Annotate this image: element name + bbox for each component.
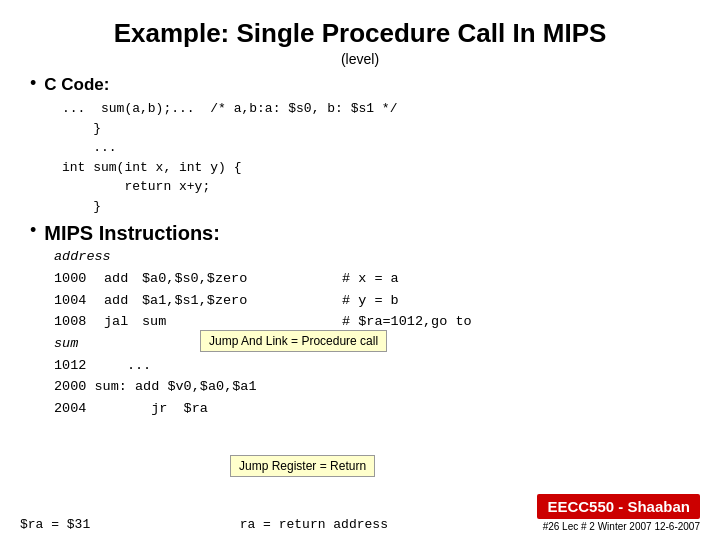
jr-tooltip: Jump Register = Return [230, 455, 375, 477]
comment-1000: # x = a [342, 268, 399, 290]
comment-1004: # y = b [342, 290, 399, 312]
mips-row-1000: 1000 add $a0,$s0,$zero # x = a [54, 268, 690, 290]
bullet1-label: C Code: [44, 75, 109, 95]
instr-1000: add [104, 268, 142, 290]
addr-1012: 1012 [54, 358, 119, 373]
eecc-label: EECC550 - Shaaban [537, 494, 700, 519]
addr-1004: 1004 [54, 290, 104, 312]
slide-subtitle: (level) [30, 51, 690, 67]
slide-title: Example: Single Procedure Call In MIPS [30, 18, 690, 49]
code-line-2: } [62, 119, 690, 139]
addr-sum: sum [54, 333, 78, 355]
footer-info: #26 Lec # 2 Winter 2007 12-6-2007 [537, 521, 700, 532]
code-line-3: ... [62, 138, 690, 158]
eecc-block: EECC550 - Shaaban #26 Lec # 2 Winter 200… [537, 494, 700, 532]
bottom-left: $ra = $31 [20, 517, 90, 532]
instr-1008: jal [104, 311, 142, 333]
instr-1004: add [104, 290, 142, 312]
code-line-5: return x+y; [62, 177, 690, 197]
mips-row-1004: 1004 add $a1,$s1,$zero # y = b [54, 290, 690, 312]
code-line-6: } [62, 197, 690, 217]
addr-1000: 1000 [54, 268, 104, 290]
content-1012: ... [127, 358, 151, 373]
bullet2-label: MIPS Instructions: [44, 222, 220, 245]
mips-row-2000: 2000 sum: add $v0,$a0,$a1 [54, 376, 690, 398]
jal-tooltip: Jump And Link = Procedure call [200, 330, 387, 352]
code-line-4: int sum(int x, int y) { [62, 158, 690, 178]
mips-section: • MIPS Instructions: address 1000 add $a… [30, 222, 690, 419]
mips-row-1012: 1012 ... [54, 355, 690, 377]
bullet1: • C Code: [30, 75, 690, 95]
address-header: address [54, 249, 690, 264]
bottom-center: ra = return address [240, 517, 388, 532]
content-2004: 2004 jr $ra [54, 401, 208, 416]
c-code-section: • C Code: ... sum(a,b);... /* a,b:a: $s0… [30, 75, 690, 216]
content-2000: 2000 sum: add $v0,$a0,$a1 [54, 379, 257, 394]
op-1004: $a1,$s1,$zero [142, 290, 342, 312]
slide: Example: Single Procedure Call In MIPS (… [0, 0, 720, 540]
sra-line: $ra = $31 [20, 517, 90, 532]
bullet1-dot: • [30, 73, 36, 94]
bullet2: • MIPS Instructions: [30, 222, 690, 245]
addr-1008: 1008 [54, 311, 104, 333]
ra-desc: ra = return address [240, 517, 388, 532]
bullet2-dot: • [30, 220, 36, 241]
c-code-block: ... sum(a,b);... /* a,b:a: $s0, b: $s1 *… [62, 99, 690, 216]
bottom-bar: $ra = $31 ra = return address EECC550 - … [20, 494, 700, 532]
op-1000: $a0,$s0,$zero [142, 268, 342, 290]
mips-row-2004: 2004 jr $ra [54, 398, 690, 420]
code-line-1: ... sum(a,b);... /* a,b:a: $s0, b: $s1 *… [62, 99, 690, 119]
